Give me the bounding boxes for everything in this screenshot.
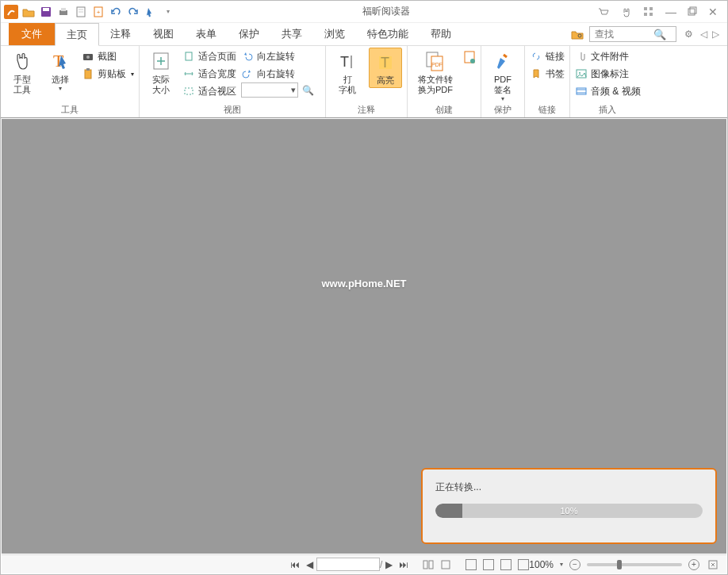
rotate-left-icon: [241, 50, 254, 63]
page-input[interactable]: [316, 558, 380, 571]
actual-size-button[interactable]: 实际 大小: [144, 48, 178, 97]
svg-text:+: +: [97, 9, 101, 16]
typewriter-icon: T: [337, 49, 358, 73]
fit-width-button[interactable]: 适合宽度: [182, 65, 236, 82]
svg-rect-35: [577, 88, 586, 94]
search-icon[interactable]: 🔍: [653, 29, 666, 40]
apps-icon[interactable]: [643, 6, 654, 17]
film-icon: [575, 85, 588, 98]
tab-browse[interactable]: 浏览: [313, 23, 356, 45]
zoom-combo[interactable]: ▾🔍: [241, 82, 320, 98]
create-extra-icon[interactable]: [463, 51, 476, 63]
zoom-input[interactable]: ▾: [241, 82, 298, 98]
actual-size-icon: [151, 49, 171, 73]
layout-toggle-icon[interactable]: [420, 559, 437, 570]
fit-visible-button[interactable]: 适合视区: [182, 82, 236, 100]
screenshot-button[interactable]: 截图: [82, 48, 134, 65]
cart-icon[interactable]: [597, 6, 610, 17]
group-insert: 文件附件 图像标注 音频 & 视频 插入: [570, 46, 646, 117]
svg-rect-12: [649, 13, 653, 16]
next-page-icon[interactable]: ▶: [382, 559, 396, 570]
progress-label: 正在转换...: [435, 481, 703, 494]
tab-view[interactable]: 视图: [142, 23, 185, 45]
image-icon: [575, 67, 588, 80]
first-page-icon[interactable]: ⏮: [287, 559, 303, 570]
clipboard-icon: [82, 67, 94, 80]
nav-prev-icon[interactable]: ◁: [700, 29, 707, 40]
open-icon[interactable]: [21, 5, 36, 19]
svg-rect-40: [442, 561, 450, 569]
select-button[interactable]: T 选择 ▾: [44, 48, 77, 94]
watermark-text: www.pHome.NET: [321, 278, 406, 289]
zoom-percent: 100%: [529, 559, 554, 570]
view-mode-icons: [466, 559, 529, 570]
convert-to-pdf-button[interactable]: PDF 将文件转 换为PDF: [412, 48, 458, 97]
file-tab[interactable]: 文件: [9, 23, 55, 45]
link-button[interactable]: 链接: [530, 48, 565, 65]
prev-page-icon[interactable]: ◀: [303, 559, 316, 570]
cont-facing-icon[interactable]: [518, 559, 529, 570]
tab-share[interactable]: 共享: [270, 23, 313, 45]
folder-search-icon[interactable]: [570, 27, 584, 41]
group-protect-label: 保护: [486, 104, 519, 117]
undo-icon[interactable]: [109, 5, 123, 19]
svg-rect-14: [690, 7, 696, 13]
qat-dropdown-icon[interactable]: ▾: [161, 5, 175, 19]
fit-button-icon[interactable]: [704, 559, 722, 570]
zoom-thumb[interactable]: [617, 560, 622, 569]
redo-icon[interactable]: [126, 5, 140, 19]
hand-icon[interactable]: [621, 6, 632, 17]
pointer-icon[interactable]: [144, 5, 158, 19]
restore-icon[interactable]: [688, 6, 697, 17]
svg-rect-19: [85, 70, 91, 79]
tab-help[interactable]: 帮助: [420, 23, 462, 45]
rotate-right-button[interactable]: 向右旋转: [241, 65, 320, 82]
nav-next-icon[interactable]: ▷: [712, 29, 719, 40]
facing-page-icon[interactable]: [500, 559, 512, 570]
rotate-right-icon: [241, 67, 254, 80]
settings-icon[interactable]: ⚙: [681, 27, 695, 41]
tab-home[interactable]: 主页: [55, 23, 99, 46]
camera-icon: [82, 50, 94, 63]
svg-rect-27: [379, 56, 392, 69]
fit-page-button[interactable]: 适合页面: [182, 48, 236, 65]
pdf-sign-button[interactable]: PDF 签名 ▾: [486, 48, 519, 104]
single-page-icon[interactable]: [466, 559, 477, 570]
svg-rect-11: [644, 13, 647, 16]
close-icon[interactable]: ✕: [708, 6, 718, 17]
zoom-in-button[interactable]: +: [688, 559, 699, 570]
file-attach-button[interactable]: 文件附件: [575, 48, 641, 65]
tab-form[interactable]: 表单: [185, 23, 228, 45]
search-box[interactable]: 🔍: [589, 26, 676, 42]
tab-protect[interactable]: 保护: [228, 23, 270, 45]
minimize-icon[interactable]: —: [665, 6, 676, 17]
cont-page-icon[interactable]: [483, 559, 494, 570]
hand-tool-button[interactable]: 手型 工具: [6, 48, 39, 97]
highlight-button[interactable]: T 高亮: [369, 48, 402, 88]
new-doc-icon[interactable]: [74, 5, 88, 19]
chevron-down-icon: ▾: [59, 85, 62, 92]
typewriter-button[interactable]: T 打 字机: [331, 48, 364, 97]
rotate-left-button[interactable]: 向左旋转: [241, 48, 320, 65]
zoom-out-button[interactable]: −: [569, 559, 580, 570]
search-input[interactable]: [593, 28, 650, 40]
print-icon[interactable]: [56, 5, 71, 19]
chevron-down-icon: ▾: [501, 95, 504, 102]
statusbar: ⏮ ◀ / ▶ ⏭ 100% ▾ − +: [2, 554, 726, 573]
av-button[interactable]: 音频 & 视频: [575, 82, 641, 100]
zoom-slider[interactable]: [587, 563, 682, 566]
zoom-mag-icon[interactable]: 🔍: [301, 84, 314, 97]
layout-toggle2-icon[interactable]: [437, 559, 454, 570]
tab-feature[interactable]: 特色功能: [356, 23, 420, 45]
clipboard-button[interactable]: 剪贴板▾: [82, 65, 134, 82]
tab-annot[interactable]: 注释: [99, 23, 142, 45]
bookmark-button[interactable]: 书签: [530, 65, 565, 82]
svg-point-32: [470, 59, 475, 63]
image-annot-button[interactable]: 图像标注: [575, 65, 641, 82]
fit-page-icon: [182, 50, 195, 63]
save-icon[interactable]: [39, 5, 53, 19]
new-blank-icon[interactable]: +: [91, 5, 105, 19]
svg-rect-39: [429, 561, 433, 569]
last-page-icon[interactable]: ⏭: [396, 559, 412, 570]
group-annot-label: 注释: [331, 104, 402, 117]
